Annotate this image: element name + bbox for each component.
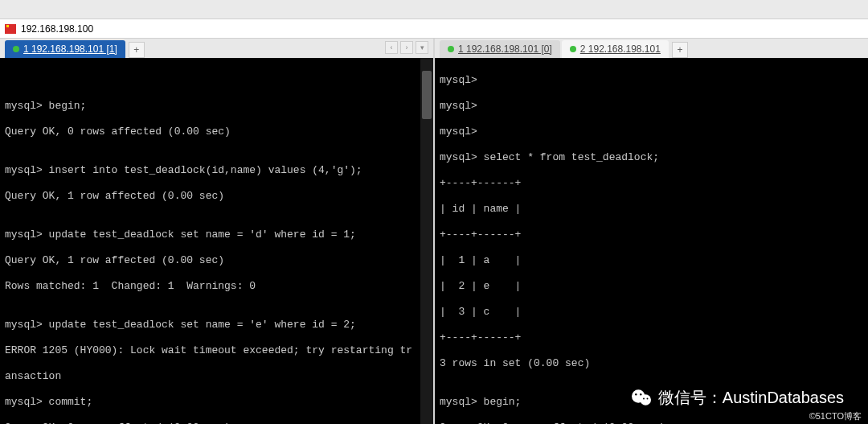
left-tabbar: 1 192.168.198.101 [1] + ‹ › ▾ <box>0 39 433 58</box>
left-tab-add-button[interactable]: + <box>129 42 145 58</box>
terminal-line: mysql> begin; <box>5 100 428 113</box>
tab-prev-button[interactable]: ‹ <box>385 41 398 54</box>
terminal-line: Rows matched: 1 Changed: 1 Warnings: 0 <box>5 280 428 293</box>
terminal-line: Query OK, 1 row affected (0.00 sec) <box>5 254 428 267</box>
footer-attribution: ©51CTO博客 <box>809 410 862 422</box>
terminal-line: mysql> update test_deadlock set name = '… <box>5 319 428 331</box>
terminal-line: mysql> <box>440 74 863 87</box>
left-terminal[interactable]: ▴ mysql> begin; Query OK, 0 rows affecte… <box>0 58 433 424</box>
terminal-line: mysql> select * from test_deadlock; <box>440 151 863 164</box>
terminal-line: +----+------+ <box>440 177 863 190</box>
address-text: 192.168.198.100 <box>21 23 93 35</box>
address-bar: 192.168.198.100 <box>0 19 868 39</box>
host-flag-icon <box>5 24 16 34</box>
split-panes: 1 192.168.198.101 [1] + ‹ › ▾ ▴ mysql> b… <box>0 39 868 424</box>
terminal-line: 3 rows in set (0.00 sec) <box>440 357 863 370</box>
terminal-line: mysql> commit; <box>5 396 428 409</box>
terminal-line: +----+------+ <box>440 228 863 241</box>
terminal-line: | 2 | e | <box>440 280 863 293</box>
left-tab-1-label: 1 192.168.198.101 [1] <box>23 43 117 55</box>
left-tab-1[interactable]: 1 192.168.198.101 [1] <box>5 40 125 58</box>
right-tab-2-label: 2 192.168.198.101 <box>580 43 661 55</box>
right-tab-1-label: 1 192.168.198.101 [0] <box>458 43 552 55</box>
terminal-line: Query OK, 1 row affected (0.00 sec) <box>5 190 428 203</box>
scroll-thumb[interactable] <box>422 71 432 119</box>
left-tab-controls: ‹ › ▾ <box>385 41 428 54</box>
right-tabbar: 1 192.168.198.101 [0] 2 192.168.198.101 … <box>435 39 868 58</box>
right-tab-1[interactable]: 1 192.168.198.101 [0] <box>440 40 560 58</box>
terminal-line: Query OK, 0 rows affected (0.00 sec) <box>5 126 428 138</box>
terminal-line: mysql> insert into test_deadlock(id,name… <box>5 164 428 177</box>
terminal-line: mysql> <box>440 100 863 113</box>
terminal-line: ansaction <box>5 370 428 383</box>
tab-menu-button[interactable]: ▾ <box>416 41 428 54</box>
terminal-line: mysql> update test_deadlock set name = '… <box>5 228 428 241</box>
terminal-line: mysql> <box>440 126 863 138</box>
terminal-line: mysql> begin; <box>440 396 863 409</box>
terminal-line: | 3 | c | <box>440 306 863 319</box>
right-tab-add-button[interactable]: + <box>672 42 688 58</box>
terminal-line: +----+------+ <box>440 331 863 344</box>
status-dot-icon <box>570 46 576 52</box>
left-scrollbar[interactable]: ▴ <box>420 58 433 424</box>
right-tab-2[interactable]: 2 192.168.198.101 <box>562 40 669 58</box>
tab-next-button[interactable]: › <box>400 41 413 54</box>
left-pane: 1 192.168.198.101 [1] + ‹ › ▾ ▴ mysql> b… <box>0 39 435 424</box>
right-terminal[interactable]: mysql> mysql> mysql> mysql> select * fro… <box>435 58 868 424</box>
terminal-line: ERROR 1205 (HY000): Lock wait timeout ex… <box>5 344 428 357</box>
status-dot-icon <box>13 46 19 52</box>
status-dot-icon <box>448 46 454 52</box>
terminal-line: | 1 | a | <box>440 254 863 267</box>
svg-rect-1 <box>6 25 9 27</box>
terminal-line: | id | name | <box>440 203 863 216</box>
app-toolbar <box>0 0 868 19</box>
right-pane: 1 192.168.198.101 [0] 2 192.168.198.101 … <box>435 39 868 424</box>
